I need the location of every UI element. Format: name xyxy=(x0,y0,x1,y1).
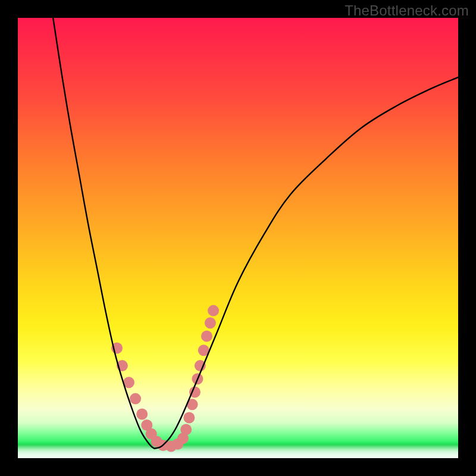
background-gradient xyxy=(18,18,458,458)
chart-container: TheBottleneck.com xyxy=(0,0,476,476)
attribution-text: TheBottleneck.com xyxy=(345,2,469,19)
plot-area xyxy=(18,18,458,458)
